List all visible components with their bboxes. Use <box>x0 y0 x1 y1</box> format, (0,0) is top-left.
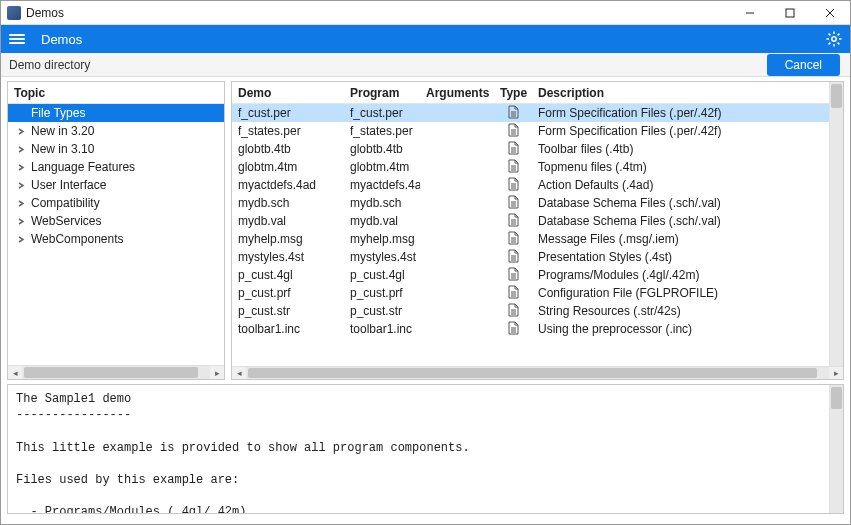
scroll-left-icon[interactable]: ◂ <box>232 367 246 379</box>
cell-program: f_cust.per <box>344 106 420 120</box>
col-type[interactable]: Type <box>494 86 532 100</box>
tree-item-label: New in 3.20 <box>31 124 94 138</box>
tree-item[interactable]: Compatibility <box>8 194 224 212</box>
cell-program: p_cust.prf <box>344 286 420 300</box>
topic-tree[interactable]: File TypesNew in 3.20New in 3.10Language… <box>8 104 224 365</box>
cell-demo: p_cust.str <box>232 304 344 318</box>
scroll-right-icon[interactable]: ▸ <box>210 366 224 379</box>
tree-item[interactable]: File Types <box>8 104 224 122</box>
cell-description: Presentation Styles (.4st) <box>532 250 829 264</box>
svg-line-9 <box>829 34 831 36</box>
app-icon <box>7 6 21 20</box>
cell-demo: mystyles.4st <box>232 250 344 264</box>
menu-icon[interactable] <box>9 34 25 44</box>
cell-description: Topmenu files (.4tm) <box>532 160 829 174</box>
document-icon <box>507 198 520 212</box>
cancel-button[interactable]: Cancel <box>767 54 840 76</box>
topic-hscrollbar[interactable]: ◂ ▸ <box>8 365 224 379</box>
cell-type <box>494 303 532 320</box>
table-row[interactable]: p_cust.strp_cust.strString Resources (.s… <box>232 302 829 320</box>
tree-item[interactable]: WebComponents <box>8 230 224 248</box>
cell-demo: p_cust.4gl <box>232 268 344 282</box>
scroll-left-icon[interactable]: ◂ <box>8 366 22 379</box>
cell-demo: myactdefs.4ad <box>232 178 344 192</box>
console-output: The Sample1 demo ---------------- This l… <box>8 385 829 513</box>
tree-item-label: Language Features <box>31 160 135 174</box>
cell-description: Toolbar files (.4tb) <box>532 142 829 156</box>
cell-description: Database Schema Files (.sch/.val) <box>532 214 829 228</box>
cell-demo: mydb.sch <box>232 196 344 210</box>
col-program[interactable]: Program <box>344 86 420 100</box>
table-row[interactable]: mydb.valmydb.valDatabase Schema Files (.… <box>232 212 829 230</box>
window-title: Demos <box>26 6 64 20</box>
table-row[interactable]: f_cust.perf_cust.perForm Specification F… <box>232 104 829 122</box>
console-panel: The Sample1 demo ---------------- This l… <box>7 384 844 514</box>
document-icon <box>507 288 520 302</box>
table-row[interactable]: globtb.4tbglobtb.4tbToolbar files (.4tb) <box>232 140 829 158</box>
document-icon <box>507 126 520 140</box>
close-button[interactable] <box>810 1 850 25</box>
cell-description: Action Defaults (.4ad) <box>532 178 829 192</box>
document-icon <box>507 306 520 320</box>
table-row[interactable]: toolbar1.inctoolbar1.incUsing the prepro… <box>232 320 829 338</box>
tree-item[interactable]: User Interface <box>8 176 224 194</box>
cell-description: Configuration File (FGLPROFILE) <box>532 286 829 300</box>
cell-description: Message Files (.msg/.iem) <box>532 232 829 246</box>
tree-item-label: WebComponents <box>31 232 124 246</box>
cell-type <box>494 267 532 284</box>
cell-demo: mydb.val <box>232 214 344 228</box>
table-row[interactable]: mydb.schmydb.schDatabase Schema Files (.… <box>232 194 829 212</box>
console-vscrollbar[interactable] <box>829 385 843 513</box>
table-row[interactable]: mystyles.4stmystyles.4stPresentation Sty… <box>232 248 829 266</box>
tree-item[interactable]: New in 3.10 <box>8 140 224 158</box>
tree-item[interactable]: Language Features <box>8 158 224 176</box>
cell-demo: myhelp.msg <box>232 232 344 246</box>
svg-line-11 <box>838 34 840 36</box>
tree-item-label: File Types <box>31 106 85 120</box>
table-row[interactable]: globtm.4tmglobtm.4tmTopmenu files (.4tm) <box>232 158 829 176</box>
col-arguments[interactable]: Arguments <box>420 86 494 100</box>
cell-description: Form Specification Files (.per/.42f) <box>532 106 829 120</box>
table-header-row: Demo Program Arguments Type Description <box>232 82 829 104</box>
breadcrumb: Demo directory <box>9 58 90 72</box>
table-row[interactable]: myactdefs.4admyactdefs.4adAction Default… <box>232 176 829 194</box>
document-icon <box>507 144 520 158</box>
svg-line-10 <box>838 43 840 45</box>
table-vscrollbar[interactable] <box>829 82 843 366</box>
table-hscrollbar[interactable]: ◂ ▸ <box>232 366 843 379</box>
scroll-right-icon[interactable]: ▸ <box>829 367 843 379</box>
cell-description: Form Specification Files (.per/.42f) <box>532 124 829 138</box>
cell-type <box>494 231 532 248</box>
main-area: Topic File TypesNew in 3.20New in 3.10La… <box>1 77 850 382</box>
cell-type <box>494 321 532 338</box>
cell-type <box>494 249 532 266</box>
cell-type <box>494 159 532 176</box>
document-icon <box>507 162 520 176</box>
svg-rect-1 <box>786 9 794 17</box>
col-description[interactable]: Description <box>532 86 829 100</box>
cell-program: globtb.4tb <box>344 142 420 156</box>
maximize-button[interactable] <box>770 1 810 25</box>
topic-header[interactable]: Topic <box>8 82 224 104</box>
cell-type <box>494 195 532 212</box>
tree-item[interactable]: New in 3.20 <box>8 122 224 140</box>
chevron-right-icon <box>18 146 25 153</box>
cell-type <box>494 105 532 122</box>
cell-program: p_cust.4gl <box>344 268 420 282</box>
demo-table-panel: Demo Program Arguments Type Description … <box>231 81 844 380</box>
table-body[interactable]: f_cust.perf_cust.perForm Specification F… <box>232 104 829 366</box>
table-row[interactable]: p_cust.prfp_cust.prfConfiguration File (… <box>232 284 829 302</box>
cell-program: mystyles.4st <box>344 250 420 264</box>
table-row[interactable]: p_cust.4glp_cust.4glPrograms/Modules (.4… <box>232 266 829 284</box>
chevron-right-icon <box>18 128 25 135</box>
gear-icon[interactable] <box>826 31 842 47</box>
breadcrumb-row: Demo directory Cancel <box>1 53 850 77</box>
cell-type <box>494 141 532 158</box>
tree-item[interactable]: WebServices <box>8 212 224 230</box>
chevron-right-icon <box>18 236 25 243</box>
table-row[interactable]: myhelp.msgmyhelp.msgMessage Files (.msg/… <box>232 230 829 248</box>
minimize-button[interactable] <box>730 1 770 25</box>
tree-item-label: User Interface <box>31 178 106 192</box>
table-row[interactable]: f_states.perf_states.perForm Specificati… <box>232 122 829 140</box>
col-demo[interactable]: Demo <box>232 86 344 100</box>
